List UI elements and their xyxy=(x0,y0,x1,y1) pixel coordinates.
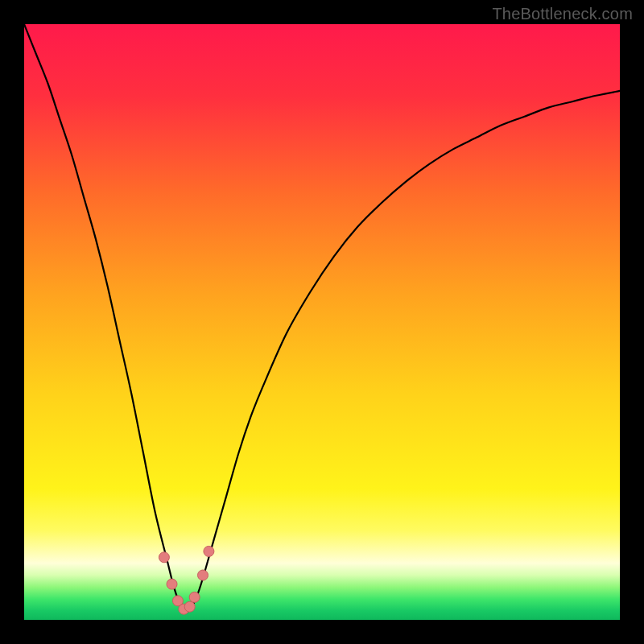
curve-layer xyxy=(24,24,620,620)
plot-area xyxy=(24,24,620,620)
near-minimum-markers xyxy=(159,546,214,614)
chart-stage: TheBottleneck.com xyxy=(0,0,644,644)
marker-dot xyxy=(184,601,195,612)
marker-dot xyxy=(159,552,169,563)
marker-dot xyxy=(167,579,177,589)
marker-dot xyxy=(204,546,214,556)
watermark-text: TheBottleneck.com xyxy=(492,5,633,23)
marker-dot xyxy=(189,592,200,602)
bottleneck-curve xyxy=(24,24,620,611)
marker-dot xyxy=(198,570,208,580)
